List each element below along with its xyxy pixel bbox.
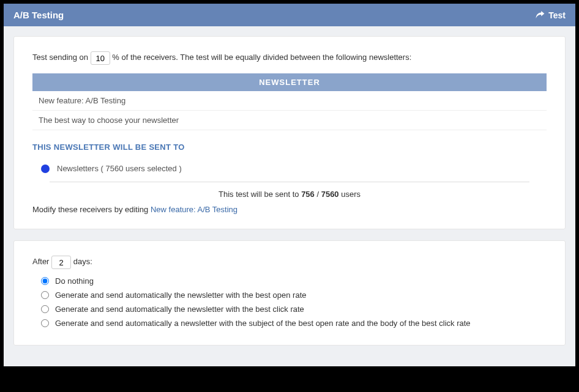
test-summary: This test will be sent to 756 / 7560 use… — [32, 190, 547, 199]
text-part: / — [315, 190, 321, 199]
receivers-heading: THIS NEWSLETTER WILL BE SENT TO — [32, 142, 547, 152]
test-config-panel: Test sending on % of the receivers. The … — [13, 36, 566, 229]
text-part: After — [32, 257, 49, 266]
table-row: The best way to choose your newsletter — [32, 111, 547, 130]
text-part: days: — [73, 257, 92, 266]
text-part: Test sending on — [32, 53, 88, 62]
radio-combined[interactable] — [41, 319, 49, 327]
table-row: New feature: A/B Testing — [32, 91, 547, 111]
option-best-open[interactable]: Generate and send automatically the news… — [41, 288, 547, 302]
bullet-icon — [41, 165, 50, 173]
option-label[interactable]: Generate and send automatically the news… — [55, 290, 306, 300]
option-label[interactable]: Generate and send automatically the news… — [55, 305, 304, 314]
edit-newsletter-link[interactable]: New feature: A/B Testing — [151, 205, 237, 214]
modify-receivers-line: Modify these receivers by editing New fe… — [32, 205, 547, 214]
after-sentence: After days: — [32, 256, 547, 269]
test-sentence: Test sending on % of the receivers. The … — [32, 51, 547, 65]
option-best-click[interactable]: Generate and send automatically the news… — [41, 302, 547, 316]
radio-do-nothing[interactable] — [41, 277, 49, 285]
test-button[interactable]: Test — [536, 10, 566, 20]
app-window: A/B Testing Test Test sending on % of th… — [4, 4, 575, 366]
option-combined[interactable]: Generate and send automatically a newsle… — [41, 316, 547, 330]
newsletter-table: NEWSLETTER New feature: A/B Testing The … — [32, 73, 547, 130]
receiver-item: Newsletters ( 7560 users selected ) — [32, 159, 547, 182]
test-button-label: Test — [548, 10, 566, 20]
newsletter-cell: The best way to choose your newsletter — [32, 111, 547, 130]
percent-input[interactable] — [91, 51, 110, 65]
text-part: users — [339, 190, 360, 199]
option-do-nothing[interactable]: Do nothing — [41, 274, 547, 288]
option-label[interactable]: Do nothing — [55, 276, 94, 286]
radio-best-open[interactable] — [41, 291, 49, 299]
text-part: This test will be sent to — [219, 190, 301, 199]
newsletter-col-header: NEWSLETTER — [32, 73, 547, 91]
receiver-label: Newsletters ( 7560 users selected ) — [57, 164, 182, 173]
after-days-panel: After days: Do nothing Generate and send… — [13, 240, 566, 346]
radio-best-click[interactable] — [41, 305, 49, 313]
text-part: Modify these receivers by editing — [32, 205, 151, 214]
option-label[interactable]: Generate and send automatically a newsle… — [55, 319, 471, 328]
divider — [50, 182, 529, 182]
newsletter-cell: New feature: A/B Testing — [32, 91, 547, 111]
page-header: A/B Testing Test — [4, 4, 575, 26]
sent-count: 756 — [301, 190, 315, 199]
days-input[interactable] — [51, 256, 71, 269]
content-area: Test sending on % of the receivers. The … — [4, 26, 575, 366]
action-options: Do nothing Generate and send automatical… — [32, 274, 547, 330]
page-title: A/B Testing — [13, 10, 64, 20]
text-part: % of the receivers. The test will be equ… — [112, 53, 411, 62]
total-count: 7560 — [321, 190, 339, 199]
share-icon — [536, 10, 545, 20]
